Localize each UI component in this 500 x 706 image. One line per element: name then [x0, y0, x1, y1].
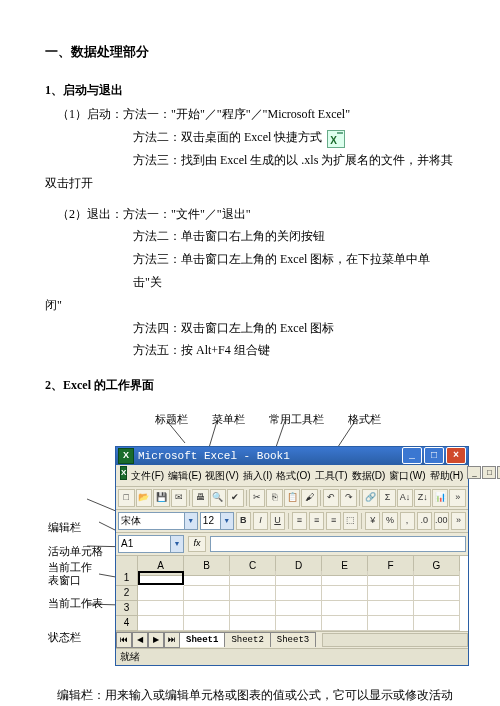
- tab-nav-first[interactable]: ⏮: [116, 632, 132, 648]
- cell[interactable]: [138, 616, 184, 631]
- menu-edit[interactable]: 编辑(E): [168, 466, 201, 485]
- sort-asc-button[interactable]: A↓: [397, 489, 414, 507]
- para-start-m2-text: 方法二：双击桌面的 Excel 快捷方式: [133, 130, 322, 144]
- sheet-tab-2[interactable]: Sheet2: [224, 632, 270, 647]
- cut-button[interactable]: ✂: [249, 489, 266, 507]
- callout-std-toolbar: 常用工具栏: [269, 409, 324, 430]
- cell[interactable]: [184, 616, 230, 631]
- menu-tools[interactable]: 工具(T): [315, 466, 348, 485]
- menu-help[interactable]: 帮助(H): [430, 466, 464, 485]
- comma-button[interactable]: ,: [400, 512, 415, 530]
- para-start-m2: 方法二：双击桌面的 Excel 快捷方式: [45, 126, 455, 149]
- currency-button[interactable]: ¥: [365, 512, 380, 530]
- preview-button[interactable]: 🔍: [210, 489, 227, 507]
- cell[interactable]: [276, 586, 322, 601]
- cell[interactable]: [322, 616, 368, 631]
- cell[interactable]: [368, 616, 414, 631]
- para-exit-m1: （2）退出：方法一："文件"／"退出": [45, 203, 455, 226]
- cell-a1[interactable]: [138, 571, 184, 585]
- cell[interactable]: [368, 571, 414, 586]
- sheet-tab-bar: ⏮ ◀ ▶ ⏭ Sheet1 Sheet2 Sheet3: [116, 631, 468, 648]
- save-button[interactable]: 💾: [153, 489, 170, 507]
- new-button[interactable]: □: [118, 489, 135, 507]
- subhead-start-exit: 1、启动与退出: [45, 79, 455, 102]
- dec-dec-button[interactable]: .00: [434, 512, 449, 530]
- cell[interactable]: [276, 601, 322, 616]
- link-button[interactable]: 🔗: [362, 489, 379, 507]
- cell[interactable]: [368, 601, 414, 616]
- align-left-button[interactable]: ≡: [292, 512, 307, 530]
- cell[interactable]: [230, 586, 276, 601]
- menu-window[interactable]: 窗口(W): [389, 466, 425, 485]
- cell[interactable]: [230, 571, 276, 586]
- align-right-button[interactable]: ≡: [326, 512, 341, 530]
- maximize-button[interactable]: □: [424, 447, 444, 464]
- cell[interactable]: [138, 601, 184, 616]
- italic-button[interactable]: I: [253, 512, 268, 530]
- menu-file[interactable]: 文件(F): [131, 466, 164, 485]
- cell[interactable]: [322, 601, 368, 616]
- row-3: 3: [116, 601, 468, 616]
- chart-button[interactable]: 📊: [432, 489, 449, 507]
- menu-view[interactable]: 视图(V): [205, 466, 238, 485]
- cell[interactable]: [368, 586, 414, 601]
- cell[interactable]: [322, 571, 368, 586]
- format-painter-button[interactable]: 🖌: [301, 489, 318, 507]
- para-start-m1: （1）启动：方法一："开始"／"程序"／"Microsoft Excel": [45, 103, 455, 126]
- cell[interactable]: [414, 586, 460, 601]
- mdi-minimize[interactable]: _: [467, 466, 481, 479]
- cell[interactable]: [184, 586, 230, 601]
- cell[interactable]: [276, 571, 322, 586]
- cell[interactable]: [414, 616, 460, 631]
- cell[interactable]: [184, 601, 230, 616]
- menu-insert[interactable]: 插入(I): [243, 466, 272, 485]
- merge-button[interactable]: ⬚: [343, 512, 358, 530]
- cell[interactable]: [230, 601, 276, 616]
- open-button[interactable]: 📂: [136, 489, 153, 507]
- align-center-button[interactable]: ≡: [309, 512, 324, 530]
- font-name-combo[interactable]: 宋体 ▼: [118, 512, 198, 530]
- workbook-icon[interactable]: X: [120, 466, 127, 480]
- mail-button[interactable]: ✉: [171, 489, 188, 507]
- row-header-4[interactable]: 4: [116, 616, 138, 631]
- sum-button[interactable]: Σ: [379, 489, 396, 507]
- undo-button[interactable]: ↶: [323, 489, 340, 507]
- mdi-restore[interactable]: □: [482, 466, 496, 479]
- menu-data[interactable]: 数据(D): [352, 466, 386, 485]
- dec-inc-button[interactable]: .0: [417, 512, 432, 530]
- copy-button[interactable]: ⎘: [266, 489, 283, 507]
- more-button[interactable]: »: [449, 489, 466, 507]
- print-button[interactable]: 🖶: [192, 489, 209, 507]
- redo-button[interactable]: ↷: [340, 489, 357, 507]
- menu-format[interactable]: 格式(O): [276, 466, 310, 485]
- cell[interactable]: [322, 586, 368, 601]
- paste-button[interactable]: 📋: [284, 489, 301, 507]
- cell[interactable]: [230, 616, 276, 631]
- spell-button[interactable]: ✔: [227, 489, 244, 507]
- cell[interactable]: [138, 586, 184, 601]
- cell[interactable]: [414, 601, 460, 616]
- more-fmt-button[interactable]: »: [451, 512, 466, 530]
- horizontal-scrollbar[interactable]: [322, 633, 468, 647]
- percent-button[interactable]: %: [382, 512, 397, 530]
- cell[interactable]: [184, 571, 230, 586]
- tab-nav-last[interactable]: ⏭: [164, 632, 180, 648]
- name-box[interactable]: A1 ▼: [118, 535, 184, 553]
- close-button[interactable]: ×: [446, 447, 466, 464]
- fx-button[interactable]: fx: [188, 536, 206, 552]
- chevron-down-icon: ▼: [170, 536, 183, 552]
- sort-desc-button[interactable]: Z↓: [414, 489, 431, 507]
- cell[interactable]: [276, 616, 322, 631]
- minimize-button[interactable]: _: [402, 447, 422, 464]
- cell[interactable]: [414, 571, 460, 586]
- font-size-combo[interactable]: 12 ▼: [200, 512, 234, 530]
- sheet-tab-1[interactable]: Sheet1: [179, 632, 225, 647]
- mdi-buttons: _ □ ×: [467, 466, 500, 485]
- tab-nav-prev[interactable]: ◀: [132, 632, 148, 648]
- sheet-tab-3[interactable]: Sheet3: [270, 632, 316, 647]
- bold-button[interactable]: B: [236, 512, 251, 530]
- formula-input[interactable]: [210, 536, 466, 552]
- tab-nav-next[interactable]: ▶: [148, 632, 164, 648]
- row-2: 2: [116, 586, 468, 601]
- underline-button[interactable]: U: [270, 512, 285, 530]
